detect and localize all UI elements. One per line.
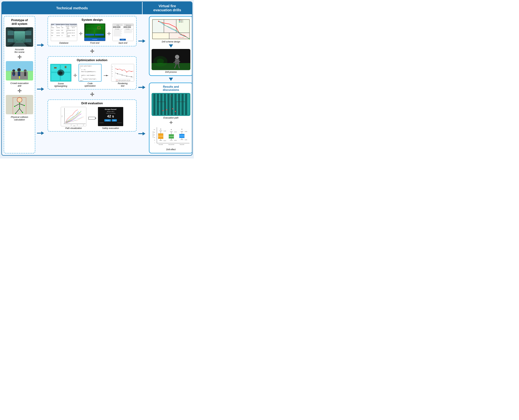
svg-point-100 [122,75,122,75]
svg-text:20: 20 [71,125,72,126]
quit-btn[interactable]: Quit [112,119,117,121]
render-arrow-svg [103,74,109,77]
arrow-system-to-right [138,38,147,44]
plus-2: ✛ [17,89,22,94]
svg-rect-139 [169,33,189,39]
drill-process-label: Drill process [165,71,177,73]
path-viz-img: Y/m X/m 0 20 40 60 [61,107,86,126]
middle-column: System design NameDatatypeDataLenPrimary… [48,16,137,153]
drill-process-img-box [152,49,190,70]
svg-rect-127 [88,117,95,120]
svg-point-20 [24,69,27,72]
mid-plus-2: ✛ [90,91,94,98]
svg-point-179 [175,111,176,112]
svg-text:4K Codes: 4K Codes [115,29,119,30]
plus-opt-1: ✛ [73,73,77,78]
svg-text:Path 3: Path 3 [181,22,183,23]
svg-rect-16 [12,72,13,75]
physics-scene-label: Physical collisioncalculation [11,116,28,121]
svg-point-18 [17,68,21,72]
svg-point-176 [162,110,164,111]
svg-point-101 [126,76,127,76]
code-opt-label: Codeoptimization [84,82,96,87]
physics-scene-box [6,95,33,114]
svg-point-97 [126,72,127,72]
svg-text:Second Drill: Second Drill [168,144,174,145]
outer-container: Technical methods Virtual fire evacuatio… [1,1,192,156]
svg-text:Close: Close [124,27,126,28]
svg-point-14 [12,69,15,72]
double-arrow-svg [88,116,96,120]
section-plus-2: ✛ [48,91,137,98]
header-right: Virtual fire evacuation drills [143,2,192,14]
svg-rect-161 [153,94,155,115]
down-arrow-between [149,78,192,81]
svg-rect-46 [95,34,104,36]
scene-light-label: Scenelightweighting [54,82,67,87]
plus-fe-be: ✛ [107,31,111,36]
svg-rect-17 [14,72,15,75]
svg-point-102 [131,76,132,77]
svg-text:Close: Close [114,27,116,28]
svg-text:50: 50 [154,140,155,141]
svg-text:Send: Send [121,39,124,40]
drill-effect-container: Duration (ms) First Drill Second Drill T… [152,127,190,151]
svg-text:WebSvr: WebSvr [128,27,131,28]
svg-marker-3 [12,41,27,47]
svg-text:Without optimization with draw: Without optimization with draw [118,80,130,81]
svg-rect-168 [178,94,180,115]
drill-effect-svg: Duration (ms) First Drill Second Drill T… [152,127,190,148]
system-design-section: System design NameDatatypeDataLenPrimary… [48,16,137,46]
mid-right-arrows [138,16,147,153]
svg-point-31 [19,103,20,104]
svg-point-99 [117,74,118,74]
left-column-title: Prototype of drill system [11,18,28,26]
safety-eval-box: Escape Passed Score: 92.2 Time Consuming… [98,107,123,129]
unity-label-left: UnityEditor [99,122,104,123]
scene-light-img [50,64,72,82]
vr-drills-section: Path 1 Path 2 Path 3 Ignition source [149,16,192,76]
svg-text:42.9%: 42.9% [185,139,187,140]
svg-point-158 [157,59,164,64]
svg-text:15: 15 [112,73,113,74]
render-test-label: Renderingtest [118,82,127,87]
svg-rect-6 [8,31,14,35]
section-plus-1: ✛ [48,48,137,55]
svg-rect-7 [8,39,14,42]
fire-scene-svg [6,27,33,47]
results-section: Results anddiscussions [149,82,192,153]
svg-rect-166 [171,94,173,115]
svg-rect-136 [164,20,176,33]
svg-text:WebSocket: WebSocket [126,25,131,26]
svg-rect-144 [179,22,180,22]
svg-text:Duration (ms): Duration (ms) [153,131,153,137]
svg-rect-39 [86,25,92,29]
scene-light-box: Scenelightweighting [50,64,72,87]
svg-rect-40 [92,25,98,29]
svg-point-147 [189,38,190,39]
svg-rect-43 [95,29,104,35]
svg-text:0: 0 [154,142,155,143]
down-arrow-1 [169,44,173,48]
floor-plan-svg: Path 1 Path 2 Path 3 Ignition source [152,19,190,40]
svg-text:60: 60 [83,125,84,126]
svg-text:With optimization on dynamic: With optimization on dynamic [118,81,130,82]
svg-text:Ignition source: Ignition source [178,37,184,38]
left-mid-arrows [37,16,46,153]
database-box: NameDatatypeDataLenPrimaryRemark/Void ID… [51,23,77,44]
optimization-content: Scenelightweighting ✛ void Latertime() {… [50,64,134,87]
render-test-box: Without optimization with draw With opti… [111,64,134,87]
drill-effect-label: Drill effect [166,148,176,151]
backend-img: RTID WebSocket Close Server Close [112,23,134,41]
svg-marker-4 [12,27,27,33]
svg-text:K-Calibre: K-Calibre [126,29,130,30]
scene-light-svg [50,64,71,82]
floor-plan-img-box: Path 1 Path 2 Path 3 Ignition source [152,19,190,40]
svg-text:21.4%: 21.4% [174,131,177,132]
svg-text:Y/m: Y/m [61,115,62,117]
svg-point-32 [14,106,15,107]
svg-text:150: 150 [154,134,155,135]
svg-text:100: 100 [154,137,155,138]
svg-text:First Drill: First Drill [159,144,163,145]
replay-btn[interactable]: Replay [104,119,111,121]
